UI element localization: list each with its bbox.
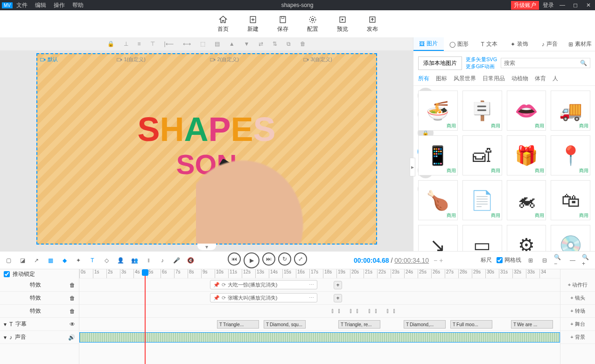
track-fx-2[interactable]: 特效🗑 (0, 292, 79, 305)
tool-wave-icon[interactable]: ⦀ (144, 256, 153, 265)
tool-group-icon[interactable]: 👥 (130, 256, 139, 265)
fit-icon[interactable]: ⊟ (540, 256, 549, 265)
panel-tab-3[interactable]: ✦装饰 (504, 37, 534, 51)
tb-save[interactable]: 保存 (277, 15, 288, 33)
audio-waveform[interactable] (79, 332, 560, 343)
track-subtitle[interactable]: ▾T字幕👁 (0, 318, 79, 331)
speaker-icon[interactable]: 🔊 (68, 334, 75, 341)
tool-zoom-icon[interactable]: ✦ (74, 256, 83, 265)
subtitle-row[interactable]: TTriangle...TDiamond, squ...TTriangle, r… (79, 318, 560, 331)
asset-noodles[interactable]: 🍜商用 (418, 91, 458, 131)
forward-icon[interactable]: ▲ (229, 41, 235, 47)
asset-disc[interactable]: 💿商用 (551, 225, 590, 251)
tb-config[interactable]: 配置 (307, 15, 318, 33)
tool-frame-icon[interactable]: ◪ (18, 256, 27, 265)
flip-v-icon[interactable]: ⇅ (273, 41, 277, 47)
flip-h-icon[interactable]: ⇄ (259, 41, 263, 47)
subtitle-clip[interactable]: TTriangle, re... (338, 320, 380, 329)
asset-sign[interactable]: 🪧商用 (462, 91, 502, 131)
zoom-slider[interactable]: — (568, 256, 577, 265)
more-svg-link[interactable]: 更多矢量SVG (466, 56, 497, 63)
add-舞台[interactable]: + 舞台 (560, 318, 595, 331)
asset-map-pin[interactable]: 📍商用 (551, 135, 590, 175)
eye-icon[interactable]: 👁 (70, 321, 75, 328)
asset-lips[interactable]: 👄商用 (507, 91, 546, 131)
time-plus[interactable]: + (439, 257, 443, 264)
fx-row-2[interactable]: 📌⟳张嘴大叫(播放完消失)⋯ + (79, 292, 560, 305)
canvas[interactable]: 默认 1(自定义) 2(自定义) 3(自定义) SHAPES SON (36, 53, 377, 245)
tool-text-icon[interactable]: T (88, 256, 97, 265)
chevron-down-icon[interactable]: ▾ (4, 321, 7, 328)
tb-preview[interactable]: 预览 (337, 15, 348, 33)
asset-chicken[interactable]: 🍗商用 (418, 180, 458, 220)
asset-motorcycle[interactable]: 🏍商用 (507, 180, 546, 220)
tool-mic-icon[interactable]: 🎤 (172, 256, 181, 265)
add-转场[interactable]: + 转场 (560, 305, 595, 318)
tb-publish[interactable]: 发布 (367, 15, 378, 33)
login-button[interactable]: 登录 (543, 1, 554, 9)
scene-tab-default[interactable]: 默认 (40, 56, 58, 63)
search-box[interactable]: 🔍 (501, 58, 590, 68)
subtitle-clip[interactable]: TFull moo... (450, 320, 492, 329)
track-fx-3[interactable]: 特效🗑 (0, 305, 79, 318)
asset-bag[interactable]: 🛍商用 (551, 180, 590, 220)
align-left-icon[interactable]: |⟵ (164, 41, 174, 47)
tb-new[interactable]: 新建 (247, 15, 259, 33)
asset-arrow[interactable]: ↘商用 (418, 225, 458, 251)
audio-row[interactable] (79, 331, 560, 344)
cat-风景世界[interactable]: 风景世界 (454, 75, 476, 83)
asset-gears[interactable]: ⚙商用 (507, 225, 546, 251)
ruler-label[interactable]: 标尺 (481, 256, 492, 264)
track-audio[interactable]: ▾♪声音🔊 (0, 331, 79, 344)
cat-图标[interactable]: 图标 (436, 75, 447, 83)
play-button[interactable]: ▶ (244, 252, 259, 268)
zoom-in-icon[interactable]: 🔍+ (582, 256, 591, 265)
scene-tab-1[interactable]: 1(自定义) (117, 56, 146, 63)
add-背景[interactable]: + 背景 (560, 331, 595, 344)
upgrade-button[interactable]: 升级账户 (511, 1, 539, 10)
marker-icons[interactable]: ⫿⫿ ⫿⫿ ⫿⫿ ⫿⫿ (331, 308, 399, 314)
fx-clip-1[interactable]: 📌⟳大吃一惊(播放完消失)⋯ (210, 280, 317, 289)
loop-button[interactable]: ↻ (278, 252, 291, 266)
trash-icon[interactable]: 🗑 (70, 308, 75, 315)
tool-camera-icon[interactable]: ▢ (4, 256, 13, 265)
push-lock-checkbox[interactable] (4, 271, 10, 277)
group-icon[interactable]: ⬚ (200, 41, 205, 47)
scene-tab-2[interactable]: 2(自定义) (210, 56, 239, 63)
timeline-ruler[interactable]: 0s1s2s3s4s5s6s7s8s9s10s11s12s13s14s15s16… (79, 269, 560, 279)
fx-clip-2[interactable]: 📌⟳张嘴大叫(播放完消失)⋯ (210, 293, 317, 302)
scene-tab-3[interactable]: 3(自定义) (303, 56, 332, 63)
panel-tab-4[interactable]: ♪声音 (534, 37, 565, 51)
time-minus[interactable]: − (434, 257, 437, 264)
chevron-down-icon[interactable]: ▾ (4, 334, 7, 341)
align-vcenter-icon[interactable]: ≡ (138, 41, 141, 47)
cat-人[interactable]: 人 (553, 75, 558, 83)
tool-shape-icon[interactable]: ◇ (102, 256, 111, 265)
asset-gift[interactable]: 🎁商用 (507, 135, 546, 175)
timeline-tracks[interactable]: 0s1s2s3s4s5s6s7s8s9s10s11s12s13s14s15s16… (79, 269, 560, 364)
prev-button[interactable]: ⏮ (228, 252, 241, 266)
close-button[interactable]: ✕ (584, 2, 593, 8)
delete-icon[interactable]: 🗑 (300, 41, 306, 47)
cat-所有[interactable]: 所有 (418, 75, 429, 83)
subtitle-clip[interactable]: TDiamond, squ... (264, 320, 306, 329)
asset-phone[interactable]: 📱商用 (418, 135, 458, 175)
maximize-button[interactable]: ◻ (571, 2, 580, 8)
subtitle-clip[interactable]: TWe are ... (511, 320, 553, 329)
cat-动植物[interactable]: 动植物 (511, 75, 528, 83)
tool-mute-icon[interactable]: 🔇 (186, 256, 195, 265)
zoom-out-icon[interactable]: 🔍− (554, 256, 563, 265)
grid-checkbox[interactable]: 网格线 (497, 256, 521, 264)
asset-sofa[interactable]: 🛋商用 (462, 135, 502, 175)
minimize-button[interactable]: — (558, 2, 567, 8)
cat-体育[interactable]: 体育 (535, 75, 546, 83)
more-gif-link[interactable]: 更多GIF动画 (466, 63, 497, 70)
fx-row-1[interactable]: 📌⟳大吃一惊(播放完消失)⋯ + (79, 279, 560, 292)
subtitle-clip[interactable]: TDiamond,... (404, 320, 446, 329)
total-time[interactable]: 00:00:34.10 (394, 257, 429, 264)
snap-icon[interactable]: ⊞ (526, 256, 535, 265)
panel-collapse-toggle[interactable]: ▸ (410, 158, 415, 176)
tool-marker-icon[interactable]: ◆ (60, 256, 69, 265)
tool-grid-icon[interactable]: ▦ (46, 256, 55, 265)
layer-icon[interactable]: ▤ (215, 41, 220, 47)
